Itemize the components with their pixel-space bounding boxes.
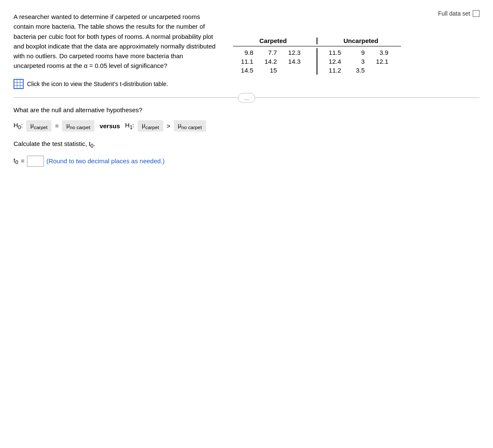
ellipsis-button[interactable]: ... xyxy=(238,93,255,103)
carpeted-r1c1: 9.8 xyxy=(233,49,257,56)
hypotheses-question: What are the null and alternative hypoth… xyxy=(14,106,479,113)
mu-carpet-box: μcarpet xyxy=(26,120,51,132)
round-note: (Round to two decimal places as needed.) xyxy=(46,157,165,165)
carpeted-r1c3: 12.3 xyxy=(280,49,304,56)
h0-subscript: 0 xyxy=(18,124,21,130)
mu-no-carpet-box2: μno carpet xyxy=(174,120,206,132)
period: . xyxy=(94,140,95,147)
uncarpeted-r1c2: 9 xyxy=(344,49,368,56)
uncarpeted-r2c2: 3 xyxy=(344,58,368,65)
carpeted-r3c3 xyxy=(280,67,304,74)
hypotheses-row: H0: μcarpet = μno carpet versus H1: μcar… xyxy=(14,120,479,132)
uncarpeted-r1c1: 11.5 xyxy=(321,49,344,56)
t0-input[interactable] xyxy=(27,156,44,167)
greater-than-sign: > xyxy=(167,122,171,130)
carpeted-r3c1: 14.5 xyxy=(233,67,257,74)
carpeted-data: 9.8 7.7 12.3 11.1 14.2 14.3 14.5 15 xyxy=(233,48,313,75)
problem-text: A researcher wanted to determine if carp… xyxy=(14,12,216,71)
calculate-section: Calculate the test statistic, t0. xyxy=(14,140,479,149)
h1-label: H1: xyxy=(125,121,134,130)
t0-label: t0 xyxy=(14,157,18,165)
carpeted-r2c3: 14.3 xyxy=(280,58,304,65)
mu-no-carpet-box: μno carpet xyxy=(62,120,95,132)
t0-equals: = xyxy=(21,157,24,165)
t0-subscript-calc: 0 xyxy=(91,143,94,149)
calculate-label: Calculate the test statistic, t xyxy=(14,140,91,147)
t0-sub: 0 xyxy=(15,159,18,165)
t-distribution-link[interactable]: Click the icon to view the Student's t-d… xyxy=(27,81,168,87)
carpeted-r1c2: 7.7 xyxy=(257,49,280,56)
dataset-icon xyxy=(473,10,479,17)
uncarpeted-r1c3: 3.9 xyxy=(368,49,392,56)
h0-label: H0: xyxy=(14,121,23,130)
uncarpeted-data: 11.5 9 3.9 12.4 3 12.1 11.2 3.5 xyxy=(321,48,401,75)
versus-text: versus xyxy=(100,122,120,130)
uncarpeted-header: Uncarpeted xyxy=(321,37,401,44)
data-table: Carpeted Uncarpeted 9.8 7.7 12.3 11.1 xyxy=(233,37,401,75)
carpeted-r3c2: 15 xyxy=(257,67,280,74)
full-dataset-button[interactable]: Full data set xyxy=(438,10,479,17)
uncarpeted-r3c3 xyxy=(368,67,392,74)
grid-icon[interactable] xyxy=(14,79,24,89)
carpeted-r2c1: 11.1 xyxy=(233,58,257,65)
t-distribution-note: Click the icon to view the Student's t-d… xyxy=(14,79,479,89)
uncarpeted-r3c1: 11.2 xyxy=(321,67,344,74)
equals-sign: = xyxy=(55,122,59,130)
carpeted-header: Carpeted xyxy=(233,37,313,44)
uncarpeted-r3c2: 3.5 xyxy=(344,67,368,74)
uncarpeted-r2c3: 12.1 xyxy=(368,58,392,65)
full-dataset-label: Full data set xyxy=(438,10,470,17)
h1-subscript: 1 xyxy=(130,124,133,130)
uncarpeted-r2c1: 12.4 xyxy=(321,58,344,65)
mu-carpet-box2: μcarpet xyxy=(138,120,163,132)
carpeted-r2c2: 14.2 xyxy=(257,58,280,65)
t0-row: t0 = (Round to two decimal places as nee… xyxy=(14,156,479,167)
ellipsis-text: ... xyxy=(244,94,249,101)
